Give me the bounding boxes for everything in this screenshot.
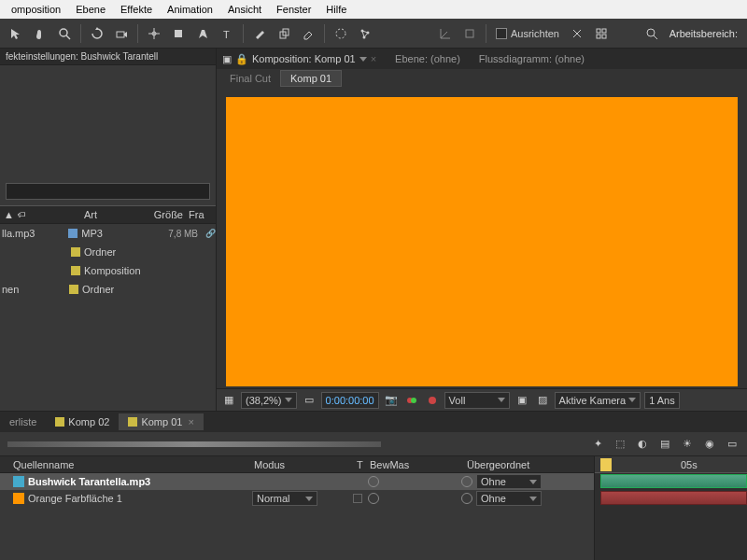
grid-toggle-icon[interactable]: ▦ [220, 392, 237, 409]
column-parent[interactable]: Übergeordnet [467, 459, 579, 470]
flowchart-tab[interactable]: Flussdiagramm: (ohne) [479, 53, 585, 64]
menu-help[interactable]: Hilfe [318, 4, 354, 15]
pickwhip-icon[interactable] [461, 476, 472, 487]
trackmat-toggle[interactable] [353, 494, 362, 503]
project-columns-header: ▲ 🏷 Art Größe Fra [0, 205, 216, 224]
menu-view[interactable]: Ansicht [220, 4, 269, 15]
playhead-icon[interactable] [600, 458, 612, 471]
roto-tool-icon[interactable] [330, 22, 352, 45]
motion-blur-icon[interactable]: ◐ [633, 435, 652, 454]
camera-tool-icon[interactable] [110, 22, 133, 45]
column-trackmat[interactable]: T [357, 459, 370, 470]
folder-icon [71, 247, 80, 257]
layer-row[interactable]: Bushwick Tarantella.mp3 Ohne [0, 473, 594, 490]
timeline-tracks[interactable]: 05s [594, 456, 747, 560]
region-icon[interactable]: ▣ [514, 392, 530, 409]
align-checkbox[interactable]: Ausrichten [496, 28, 559, 39]
svg-rect-2 [117, 32, 124, 37]
parent-dropdown[interactable]: Ohne [476, 491, 542, 506]
sort-arrow-icon[interactable]: ▲ [4, 209, 14, 220]
svg-rect-21 [602, 35, 606, 38]
project-item[interactable]: nen Ordner [0, 280, 216, 299]
timeline-tab-renderlist[interactable]: erliste [0, 413, 46, 430]
graph-icon[interactable]: ▤ [655, 435, 674, 454]
tag-icon[interactable]: 🏷 [18, 210, 26, 219]
menu-layer[interactable]: Ebene [68, 4, 113, 15]
svg-point-25 [411, 398, 416, 403]
snap-tool-icon[interactable] [458, 22, 481, 45]
column-sourcename[interactable]: Quellenname [0, 459, 254, 470]
pickwhip-icon[interactable] [368, 493, 379, 504]
svg-rect-20 [597, 35, 600, 38]
resolution-dropdown[interactable]: Voll [444, 392, 510, 409]
composition-icon [71, 266, 80, 275]
hand-tool-icon[interactable] [29, 22, 51, 45]
parent-dropdown[interactable]: Ohne [476, 474, 542, 489]
subtab-komp01[interactable]: Komp 01 [280, 70, 342, 87]
shape-tool-icon[interactable] [167, 22, 190, 45]
mask-icon[interactable] [424, 392, 441, 409]
brainstorm-icon[interactable]: ☀ [678, 435, 697, 454]
column-mode[interactable]: Modus [254, 459, 357, 470]
views-dropdown[interactable]: 1 Ans [644, 392, 680, 409]
viewer-controls-bar: ▦ (38,2%) ▭ 0:00:00:00 📷 Voll ▣ ▨ Aktive… [217, 388, 747, 411]
draft3d-icon[interactable]: ◉ [700, 435, 719, 454]
menu-composition[interactable]: omposition [4, 4, 68, 15]
layer-color-swatch[interactable] [13, 476, 24, 487]
menu-window[interactable]: Fenster [269, 4, 318, 15]
timeline-tab-komp01[interactable]: Komp 01 × [119, 413, 204, 430]
column-bewmas[interactable]: BewMas [370, 459, 467, 470]
composition-canvas[interactable] [217, 88, 747, 388]
project-item[interactable]: Ordner [0, 243, 216, 261]
svg-line-16 [441, 32, 447, 38]
timecode-display[interactable]: 0:00:00:00 [321, 392, 379, 409]
expand-icon[interactable]: ▭ [723, 435, 741, 454]
menu-effects[interactable]: Effekte [113, 4, 160, 15]
text-tool-icon[interactable]: T [216, 22, 238, 45]
snap-icon[interactable] [566, 22, 588, 45]
axis-tool-icon[interactable] [434, 22, 457, 45]
subtab-finalcut[interactable]: Final Cut [220, 71, 280, 86]
project-item[interactable]: lla.mp3 MP3 7,8 MB 🔗 [0, 224, 216, 243]
time-ruler[interactable]: 05s [595, 456, 747, 473]
brush-tool-icon[interactable] [248, 22, 271, 45]
blend-mode-dropdown[interactable]: Normal [252, 491, 317, 506]
layer-color-swatch[interactable] [13, 493, 24, 504]
pen-tool-icon[interactable] [191, 22, 214, 45]
rotate-tool-icon[interactable] [86, 22, 108, 45]
puppet-tool-icon[interactable] [354, 22, 376, 45]
snapshot-icon[interactable]: 📷 [383, 392, 400, 409]
clone-tool-icon[interactable] [273, 22, 295, 45]
workspace-label[interactable]: Arbeitsbereich: [664, 28, 743, 39]
composition-viewer-tab[interactable]: ▣ 🔒 Komposition: Komp 01 × [222, 53, 376, 65]
channel-icon[interactable] [403, 392, 420, 409]
svg-text:T: T [223, 29, 230, 40]
zoom-dropdown[interactable]: (38,2%) [241, 392, 297, 409]
anchor-tool-icon[interactable] [143, 22, 165, 45]
selection-tool-icon[interactable] [5, 22, 27, 45]
layer-viewer-tab[interactable]: Ebene: (ohne) [395, 53, 460, 64]
resolution-icon[interactable]: ▭ [301, 392, 317, 409]
eraser-tool-icon[interactable] [297, 22, 319, 45]
audio-track-bar[interactable] [600, 474, 747, 488]
svg-point-0 [60, 29, 67, 36]
camera-dropdown[interactable]: Aktive Kamera [555, 392, 641, 409]
project-search-input[interactable] [6, 183, 210, 200]
timeline-zoom-slider[interactable] [7, 441, 381, 447]
timeline-tab-komp02[interactable]: Komp 02 [46, 413, 119, 430]
search-icon[interactable] [641, 22, 663, 45]
solid-track-bar[interactable] [600, 491, 747, 505]
transparency-icon[interactable]: ▨ [534, 392, 551, 409]
svg-line-23 [654, 35, 657, 39]
frame-blend-icon[interactable]: ⬚ [611, 435, 629, 454]
grid-icon[interactable] [590, 22, 613, 45]
menu-animation[interactable]: Animation [160, 4, 220, 15]
layer-row[interactable]: Orange Farbfläche 1 Normal Ohne [0, 490, 594, 507]
zoom-tool-icon[interactable] [53, 22, 76, 45]
svg-point-26 [429, 397, 436, 404]
pickwhip-icon[interactable] [461, 493, 472, 504]
project-item[interactable]: Komposition [0, 261, 216, 280]
pickwhip-icon[interactable] [368, 476, 379, 487]
effect-controls-tab[interactable]: fekteinstellungen: Bushwick Tarantell [0, 49, 216, 65]
shy-icon[interactable]: ✦ [588, 435, 607, 454]
